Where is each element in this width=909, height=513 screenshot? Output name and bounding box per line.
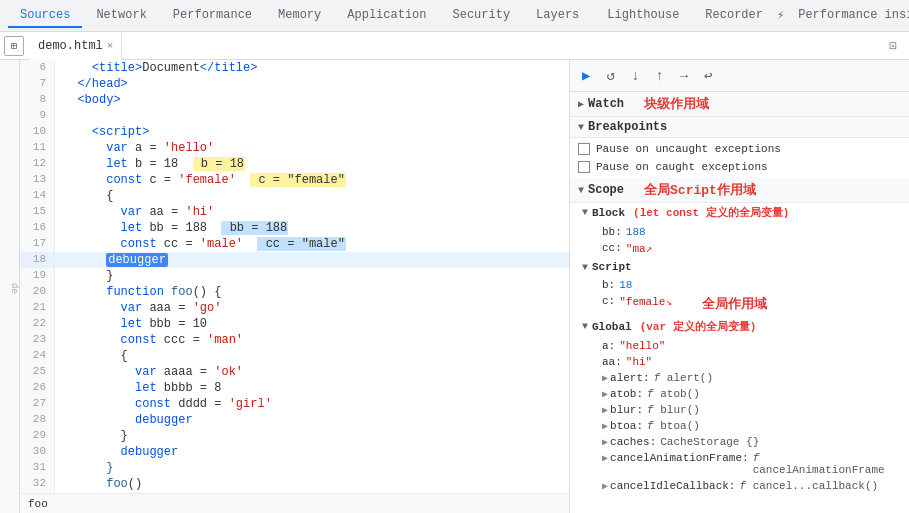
scope-item-b: b: 18 — [570, 277, 909, 293]
code-line-12: 12 let b = 18 b = 18 — [20, 156, 569, 172]
nav-tab-lighthouse[interactable]: Lighthouse — [595, 4, 691, 28]
resume-btn[interactable]: ▶ — [578, 65, 594, 86]
scope-item-cancel-idle: ▶ cancelIdleCallback: f cancel...callbac… — [570, 478, 909, 494]
annotation-block-scope: 块级作用域 — [644, 95, 709, 113]
code-line-14: 14 { — [20, 188, 569, 204]
code-line-18: 18 debugger — [20, 252, 569, 268]
scope-section-header[interactable]: ▼ Scope 全局Script作用域 — [570, 178, 909, 203]
code-line-22: 22 let bbb = 10 — [20, 316, 569, 332]
watch-arrow: ▶ — [578, 98, 584, 110]
code-line-8: 8 <body> — [20, 92, 569, 108]
scope-item-btoa: ▶ btoa: f btoa() — [570, 418, 909, 434]
code-line-16: 16 let bb = 188 bb = 188 — [20, 220, 569, 236]
step-into-btn[interactable]: ↓ — [627, 66, 643, 86]
file-tab-close-btn[interactable]: × — [107, 40, 114, 52]
file-tab-bar: ⊞ demo.html × ⊡ — [0, 32, 909, 60]
deactivate-btn[interactable]: ↩ — [700, 65, 716, 86]
top-nav-bar: Sources Network Performance Memory Appli… — [0, 0, 909, 32]
pause-uncaught-label: Pause on uncaught exceptions — [596, 143, 781, 155]
scope-item-alert: ▶ alert: f alert() — [570, 370, 909, 386]
global-arrow: ▼ — [582, 321, 588, 332]
status-bar: foo — [20, 493, 569, 513]
annotation-global-script: 全局Script作用域 — [644, 181, 756, 199]
breakpoints-section-header[interactable]: ▼ Breakpoints — [570, 117, 909, 138]
watch-label: Watch — [588, 97, 624, 111]
code-line-15: 15 var aa = 'hi' — [20, 204, 569, 220]
global-content: a: "hello" aa: "hi" ▶ alert: f alert() ▶… — [570, 336, 909, 496]
pause-caught-label: Pause on caught exceptions — [596, 161, 768, 173]
script-arrow: ▼ — [582, 262, 588, 273]
nav-tab-network[interactable]: Network — [84, 4, 158, 28]
nav-tab-security[interactable]: Security — [441, 4, 523, 28]
scope-item-caches: ▶ caches: CacheStorage {} — [570, 434, 909, 450]
nav-tab-layers[interactable]: Layers — [524, 4, 591, 28]
nav-tab-performance[interactable]: Performance — [161, 4, 264, 28]
nav-tab-sources[interactable]: Sources — [8, 4, 82, 28]
code-area: 6 <title>Document</title> 7 </head> 8 <b… — [20, 60, 569, 508]
script-content: b: 18 c: "female↘ 全局作用域 — [570, 275, 909, 317]
scope-item-atob: ▶ atob: f atob() — [570, 386, 909, 402]
nav-tab-perf-insight[interactable]: Performance insigh — [786, 4, 909, 28]
scope-item-a: a: "hello" — [570, 338, 909, 354]
watch-section-header[interactable]: ▶ Watch 块级作用域 — [570, 92, 909, 117]
code-line-30: 30 debugger — [20, 444, 569, 460]
pause-caught-checkbox[interactable] — [578, 161, 590, 173]
step-over-btn[interactable]: ↺ — [602, 65, 618, 86]
file-tab-label: demo.html — [38, 39, 103, 53]
scope-arrow: ▼ — [578, 185, 584, 196]
step-out-btn[interactable]: ↑ — [651, 66, 667, 86]
code-line-24: 24 { — [20, 348, 569, 364]
debug-toolbar: ▶ ↺ ↓ ↑ → ↩ — [570, 60, 909, 92]
scope-item-bb: bb: 188 — [570, 224, 909, 240]
code-line-26: 26 let bbbb = 8 — [20, 380, 569, 396]
code-line-31: 31 } — [20, 460, 569, 476]
block-arrow: ▼ — [582, 207, 588, 218]
step-btn[interactable]: → — [676, 66, 692, 86]
scope-label: Scope — [588, 183, 624, 197]
scope-item-cancel-animation: ▶ cancelAnimationFrame: f cancelAnimatio… — [570, 450, 909, 478]
code-line-7: 7 </head> — [20, 76, 569, 92]
breakpoints-arrow: ▼ — [578, 122, 584, 133]
code-line-32: 32 foo() — [20, 476, 569, 492]
breakpoints-content: Pause on uncaught exceptions Pause on ca… — [570, 138, 909, 178]
code-line-13: 13 const c = 'female' c = "female" — [20, 172, 569, 188]
left-sidebar: de — [0, 60, 20, 513]
scope-panel[interactable]: ▶ Watch 块级作用域 ▼ Breakpoints Pause on unc… — [570, 92, 909, 513]
file-tab-demo-html[interactable]: demo.html × — [30, 32, 122, 60]
code-line-6: 6 <title>Document</title> — [20, 60, 569, 76]
toggle-sidebar-btn[interactable]: ⊡ — [889, 38, 897, 54]
code-line-11: 11 var a = 'hello' — [20, 140, 569, 156]
code-line-19: 19 } — [20, 268, 569, 284]
annotation-global-scope: 全局作用域 — [702, 295, 767, 313]
annotation-var-note: (var 定义的全局变量) — [640, 319, 757, 334]
code-line-25: 25 var aaaa = 'ok' — [20, 364, 569, 380]
scope-item-aa: aa: "hi" — [570, 354, 909, 370]
block-content: bb: 188 cc: "ma↗ — [570, 222, 909, 259]
code-panel[interactable]: 6 <title>Document</title> 7 </head> 8 <b… — [20, 60, 569, 513]
scope-item-blur: ▶ blur: f blur() — [570, 402, 909, 418]
pause-uncaught-checkbox[interactable] — [578, 143, 590, 155]
code-line-17: 17 const cc = 'male' cc = "male" — [20, 236, 569, 252]
annotation-let-const: (let const 定义的全局变量) — [633, 205, 789, 220]
code-line-23: 23 const ccc = 'man' — [20, 332, 569, 348]
scope-item-cc: cc: "ma↗ — [570, 240, 909, 257]
script-group-header[interactable]: ▼ Script — [570, 259, 909, 275]
script-group-label: Script — [592, 261, 632, 273]
block-group-header[interactable]: ▼ Block (let const 定义的全局变量) — [570, 203, 909, 222]
nav-tab-recorder[interactable]: Recorder — [693, 4, 775, 28]
nav-tab-application[interactable]: Application — [335, 4, 438, 28]
code-line-20: 20 function foo() { — [20, 284, 569, 300]
global-group-label: Global — [592, 321, 632, 333]
sources-tree-icon[interactable]: ⊞ — [4, 36, 24, 56]
main-area: de 6 <title>Document</title> 7 </head> 8… — [0, 60, 909, 513]
right-panel: ▶ ↺ ↓ ↑ → ↩ ▶ Watch 块级作用域 ▼ Breakpoints — [569, 60, 909, 513]
nav-tab-memory[interactable]: Memory — [266, 4, 333, 28]
pause-caught-row: Pause on caught exceptions — [570, 158, 909, 176]
code-line-21: 21 var aaa = 'go' — [20, 300, 569, 316]
code-line-28: 28 debugger — [20, 412, 569, 428]
code-line-9: 9 — [20, 108, 569, 124]
global-group-header[interactable]: ▼ Global (var 定义的全局变量) — [570, 317, 909, 336]
sidebar-label: de — [9, 283, 19, 294]
pause-uncaught-row: Pause on uncaught exceptions — [570, 140, 909, 158]
scope-item-c: c: "female↘ 全局作用域 — [570, 293, 909, 315]
